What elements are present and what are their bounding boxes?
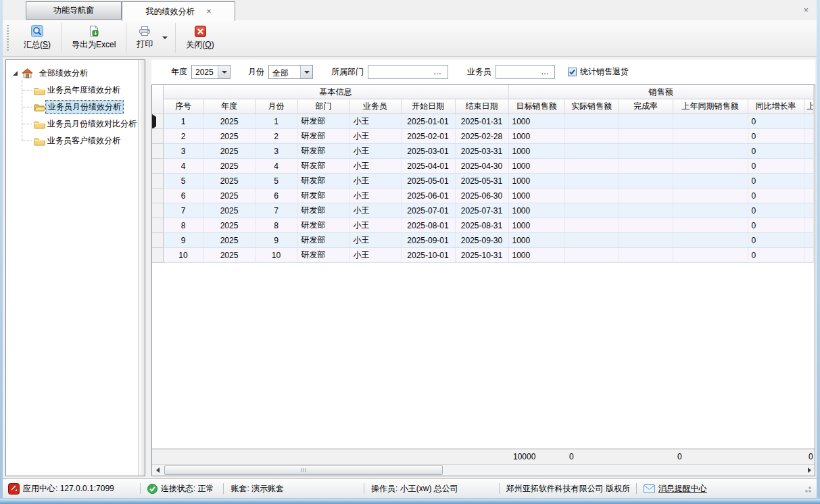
cell[interactable]: 小王 (349, 218, 401, 233)
row-header-cell[interactable] (152, 174, 163, 188)
cell[interactable]: 8 (163, 218, 203, 233)
cell[interactable] (619, 174, 673, 188)
cell[interactable]: 5 (163, 174, 203, 188)
cell[interactable]: 9 (163, 233, 203, 248)
cell[interactable]: 2025-03-01 (401, 144, 455, 159)
cell[interactable]: 小王 (349, 174, 401, 188)
cell[interactable]: 2025 (203, 129, 255, 144)
cell[interactable]: 3 (163, 144, 203, 159)
table-row[interactable]: 120251研发部小王2025-01-012025-01-3110000 (152, 114, 813, 129)
table-row[interactable]: 10202510研发部小王2025-10-012025-10-3110000 (152, 248, 813, 263)
cell[interactable]: 1000 (508, 233, 564, 248)
column-header-11[interactable]: 同比增长率 (748, 99, 804, 114)
print-dropdown-arrow-icon[interactable] (162, 36, 168, 39)
cell[interactable]: 1000 (508, 144, 564, 159)
tree-expander-icon[interactable] (13, 71, 18, 76)
cell[interactable]: 1000 (508, 218, 564, 233)
cell[interactable]: 1000 (508, 129, 564, 144)
cell[interactable] (804, 144, 813, 159)
cell[interactable] (564, 114, 619, 129)
cell[interactable]: 10 (163, 248, 203, 263)
cell[interactable]: 研发部 (297, 248, 349, 263)
cell[interactable] (619, 248, 673, 263)
cell[interactable]: 2025-05-31 (455, 174, 508, 188)
message-center-link[interactable]: 消息提醒中心 (644, 483, 707, 495)
cell[interactable] (564, 233, 619, 248)
cell[interactable]: 研发部 (297, 233, 349, 248)
column-header-9[interactable]: 完成率 (619, 99, 673, 114)
tabstrip-close-icon[interactable]: × (803, 5, 809, 15)
table-row[interactable]: 920259研发部小王2025-09-012025-09-3010000 (152, 233, 813, 248)
resize-grip[interactable] (804, 485, 811, 493)
cell[interactable]: 研发部 (297, 188, 349, 203)
cell[interactable] (673, 144, 748, 159)
cell[interactable] (564, 218, 619, 233)
cell[interactable]: 小王 (349, 159, 401, 174)
cell[interactable]: 0 (748, 129, 804, 144)
scroll-left-button[interactable] (152, 465, 163, 476)
cell[interactable] (619, 159, 673, 174)
cell[interactable]: 2 (163, 129, 203, 144)
cell[interactable] (619, 203, 673, 218)
cell[interactable]: 2025-07-31 (455, 203, 508, 218)
cell[interactable]: 2025-02-01 (401, 129, 455, 144)
cell[interactable] (673, 233, 748, 248)
cell[interactable]: 6 (163, 188, 203, 203)
cell[interactable]: 2025-09-01 (401, 233, 455, 248)
cell[interactable]: 4 (163, 159, 203, 174)
summary-button[interactable]: 汇总(S) (16, 22, 59, 54)
cell[interactable] (564, 203, 619, 218)
column-header-4[interactable]: 业务员 (349, 99, 401, 114)
cell[interactable]: 1 (255, 114, 297, 129)
cell[interactable]: 0 (748, 114, 804, 129)
cell[interactable] (564, 159, 619, 174)
cell[interactable]: 1000 (508, 114, 564, 129)
cell[interactable]: 2025 (203, 159, 255, 174)
cell[interactable]: 1 (163, 114, 203, 129)
column-header-12[interactable]: 上 (804, 99, 813, 114)
cell[interactable]: 研发部 (297, 203, 349, 218)
cell[interactable] (619, 188, 673, 203)
salesman-ellipsis-button[interactable]: … (539, 67, 553, 78)
cell[interactable]: 0 (748, 203, 804, 218)
cell[interactable]: 2025-05-01 (401, 174, 455, 188)
cell[interactable] (564, 174, 619, 188)
cell[interactable]: 9 (255, 233, 297, 248)
row-header-cell[interactable] (152, 233, 163, 248)
cell[interactable]: 2025 (203, 174, 255, 188)
table-row[interactable]: 620256研发部小王2025-06-012025-06-3010000 (152, 188, 813, 203)
column-header-0[interactable]: 序号 (163, 99, 203, 114)
month-dropdown-button[interactable] (300, 66, 312, 78)
cell[interactable]: 研发部 (297, 114, 349, 129)
cell[interactable]: 0 (748, 144, 804, 159)
horizontal-scrollbar[interactable] (152, 464, 815, 476)
tree-item-yearly-analysis[interactable]: 业务员年度绩效分析 (6, 82, 145, 99)
cell[interactable]: 2025 (203, 188, 255, 203)
cell[interactable]: 2025-10-31 (455, 248, 508, 263)
column-header-2[interactable]: 月份 (255, 99, 297, 114)
cell[interactable] (804, 248, 813, 263)
cell[interactable] (673, 218, 748, 233)
column-header-10[interactable]: 上年同期销售额 (673, 99, 748, 114)
cell[interactable] (673, 129, 748, 144)
row-header-cell[interactable] (152, 203, 163, 218)
cell[interactable] (804, 218, 813, 233)
cell[interactable]: 小王 (349, 129, 401, 144)
returns-checkbox[interactable] (568, 68, 577, 76)
cell[interactable]: 小王 (349, 233, 401, 248)
column-header-3[interactable]: 部门 (297, 99, 349, 114)
tab-function-navigator[interactable]: 功能导航窗 (26, 1, 122, 20)
table-row[interactable]: 820258研发部小王2025-08-012025-08-3110000 (152, 218, 813, 233)
cell[interactable]: 0 (748, 188, 804, 203)
cell[interactable]: 研发部 (297, 218, 349, 233)
cell[interactable]: 2025-06-01 (401, 188, 455, 203)
cell[interactable] (564, 144, 619, 159)
export-excel-button[interactable]: 导出为Excel (64, 22, 124, 54)
table-row[interactable]: 320253研发部小王2025-03-012025-03-3110000 (152, 144, 813, 159)
table-row[interactable]: 720257研发部小王2025-07-012025-07-3110000 (152, 203, 813, 218)
cell[interactable] (673, 159, 748, 174)
table-row[interactable]: 420254研发部小王2025-04-012025-04-3010000 (152, 159, 813, 174)
row-header-cell[interactable] (152, 129, 163, 144)
column-header-6[interactable]: 结束日期 (455, 99, 508, 114)
cell[interactable] (804, 188, 813, 203)
